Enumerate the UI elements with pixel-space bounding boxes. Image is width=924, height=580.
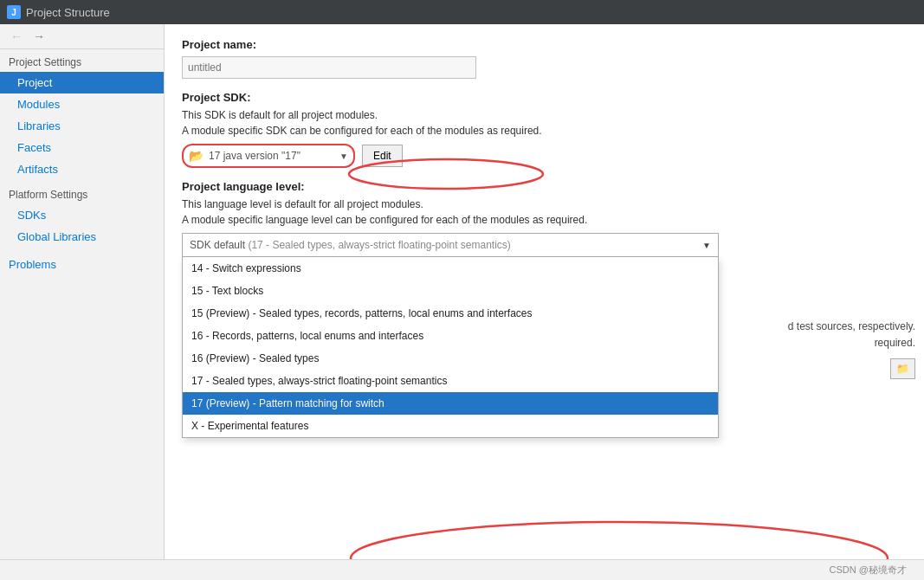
content-area: Project name: Project SDK: This SDK is d… <box>165 24 924 559</box>
forward-button[interactable]: → <box>29 28 48 45</box>
window-title: Project Structure <box>26 6 110 19</box>
sidebar-item-sdks[interactable]: SDKs <box>0 204 164 226</box>
language-level-arrow: ▼ <box>702 241 711 250</box>
sdk-desc2: A module specific SDK can be configured … <box>182 125 907 137</box>
dropdown-item-17p[interactable]: 17 (Preview) - Pattern matching for swit… <box>183 392 718 415</box>
sidebar-item-problems[interactable]: Problems <box>0 248 164 275</box>
edit-button[interactable]: Edit <box>362 145 403 167</box>
platform-settings-label: Platform Settings <box>0 180 164 204</box>
project-name-input[interactable] <box>182 56 476 79</box>
sdk-default-text: SDK default <box>190 239 245 251</box>
dropdown-item-16p[interactable]: 16 (Preview) - Sealed types <box>183 347 718 370</box>
dropdown-item-15[interactable]: 15 - Text blocks <box>183 280 718 302</box>
sidebar-item-global-libraries[interactable]: Global Libraries <box>0 226 164 248</box>
dropdown-item-x[interactable]: X - Experimental features <box>183 415 718 437</box>
sdk-value: 17 java version "17" <box>209 150 339 162</box>
right-panel-text: d test sources, respectively. required. … <box>788 319 915 379</box>
sidebar: ← → Project Settings Project Modules Lib… <box>0 24 165 559</box>
app-icon: J <box>7 5 21 19</box>
bottom-bar: CSDN @秘境奇才 <box>0 559 924 580</box>
project-settings-label: Project Settings <box>0 49 164 72</box>
watermark: CSDN @秘境奇才 <box>830 564 907 577</box>
language-level-value: SDK default (17 - Sealed types, always-s… <box>190 239 699 251</box>
dropdown-item-16[interactable]: 16 - Records, patterns, local enums and … <box>183 325 718 347</box>
right-panel-button[interactable]: 📁 <box>890 358 915 379</box>
project-sdk-label: Project SDK: <box>182 91 907 104</box>
sidebar-item-artifacts[interactable]: Artifacts <box>0 158 164 180</box>
lang-desc1: This language level is default for all p… <box>182 198 907 210</box>
sidebar-item-libraries[interactable]: Libraries <box>0 115 164 137</box>
language-level-dropdown-wrapper: SDK default (17 - Sealed types, always-s… <box>182 233 719 257</box>
dropdown-item-15p[interactable]: 15 (Preview) - Sealed types, records, pa… <box>183 302 718 325</box>
title-bar: J Project Structure <box>0 0 924 24</box>
sdk-row: 📂 17 java version "17" ▼ Edit <box>182 144 907 168</box>
sdk-desc1: This SDK is default for all project modu… <box>182 109 907 121</box>
main-layout: ← → Project Settings Project Modules Lib… <box>0 24 924 559</box>
lang-desc2: A module specific language level can be … <box>182 214 907 226</box>
sidebar-item-facets[interactable]: Facets <box>0 137 164 158</box>
dropdown-item-14[interactable]: 14 - Switch expressions <box>183 257 718 280</box>
svg-point-1 <box>351 522 888 559</box>
sdk-default-desc: (17 - Sealed types, always-strict floati… <box>245 239 511 251</box>
sdk-dropdown-arrow: ▼ <box>339 151 348 161</box>
project-name-label: Project name: <box>182 38 907 51</box>
dropdown-item-17[interactable]: 17 - Sealed types, always-strict floatin… <box>183 370 718 392</box>
dropdown-circle-annotation <box>346 518 892 559</box>
language-level-select[interactable]: SDK default (17 - Sealed types, always-s… <box>182 233 719 257</box>
sdk-icon: 📂 <box>189 149 204 163</box>
project-language-level-label: Project language level: <box>182 180 907 193</box>
sdk-dropdown[interactable]: 📂 17 java version "17" ▼ <box>182 144 355 168</box>
sidebar-item-project[interactable]: Project <box>0 72 164 93</box>
sidebar-item-modules[interactable]: Modules <box>0 93 164 115</box>
nav-buttons: ← → <box>0 24 164 49</box>
language-level-dropdown-list: 14 - Switch expressions 15 - Text blocks… <box>182 257 719 438</box>
back-button[interactable]: ← <box>7 28 26 45</box>
